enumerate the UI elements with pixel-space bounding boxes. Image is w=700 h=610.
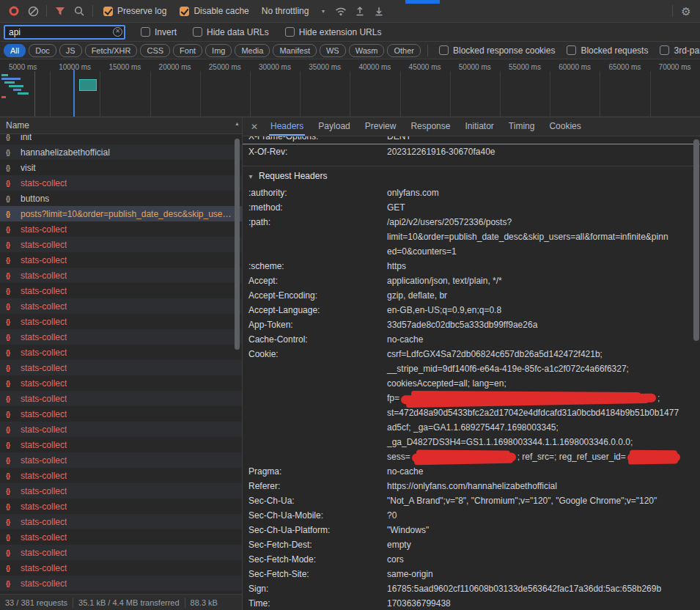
third-party-requests-checkbox[interactable]: 3rd-party requests [660, 45, 700, 56]
type-filter-fetch-xhr[interactable]: Fetch/XHR [85, 44, 138, 57]
preserve-log-checkbox[interactable]: Preserve log [103, 6, 166, 16]
invert-label: Invert [155, 27, 177, 37]
type-filter-css[interactable]: CSS [140, 44, 170, 57]
import-har-button[interactable] [350, 2, 369, 20]
blocked-response-cookies-checkbox[interactable]: Blocked response cookies [439, 45, 555, 56]
request-row[interactable]: {}stats-collect [0, 345, 242, 360]
clear-network-log-button[interactable] [23, 2, 43, 20]
network-filter-input[interactable] [4, 25, 125, 40]
tab-response[interactable]: Response [403, 117, 457, 136]
clear-filter-icon[interactable]: ✕ [113, 27, 122, 37]
name-column-header[interactable]: Name [0, 117, 242, 134]
request-row[interactable]: {}stats-collect [0, 221, 242, 237]
timeline-gridline [550, 71, 550, 117]
request-header-row: Sec-Ch-Ua-Mobile:?0 [243, 508, 700, 523]
scrollbar-thumb[interactable] [693, 139, 699, 341]
request-row[interactable]: {}buttons [0, 191, 242, 206]
timeline-tick-label: 20000 ms [159, 63, 191, 71]
header-value-fragment: fp= [387, 393, 399, 403]
request-row[interactable]: {}stats-collect [0, 499, 242, 514]
request-row[interactable]: {}stats-collect [0, 514, 242, 529]
hide-extension-urls-checkbox[interactable]: Hide extension URLs [285, 27, 382, 37]
request-row[interactable]: {}stats-collect [0, 452, 242, 468]
settings-gear-icon[interactable]: ⚙ [677, 2, 696, 20]
throttling-select[interactable]: No throttling ▼ [262, 6, 326, 16]
close-details-icon[interactable]: ✕ [246, 122, 263, 132]
scroll-up-icon[interactable]: ▲ [233, 120, 241, 128]
tab-headers[interactable]: Headers [263, 117, 311, 136]
details-scrollbar[interactable] [693, 136, 700, 610]
header-name: Accept: [243, 273, 387, 288]
disable-cache-checkbox[interactable]: Disable cache [180, 6, 248, 16]
detail-tabs: HeadersPayloadPreviewResponseInitiatorTi… [263, 117, 589, 136]
request-row[interactable]: {}stats-collect [0, 314, 242, 329]
request-row[interactable]: {}stats-collect [0, 298, 242, 314]
tab-payload[interactable]: Payload [311, 117, 357, 136]
disable-cache-label: Disable cache [194, 6, 248, 16]
request-row[interactable]: {}stats-collect [0, 483, 242, 499]
request-row[interactable]: {}hannahelizabethofficial [0, 144, 242, 160]
request-row[interactable]: {}posts?limit=10&order=publish_date_desc… [0, 206, 242, 221]
request-row[interactable]: {}stats-collect [0, 406, 242, 422]
request-row[interactable]: {}stats-collect [0, 237, 242, 252]
request-row[interactable]: {}init [0, 134, 242, 144]
request-row[interactable]: {}stats-collect [0, 545, 242, 560]
blocked-requests-checkbox[interactable]: Blocked requests [567, 45, 648, 56]
type-filter-doc[interactable]: Doc [29, 44, 56, 57]
header-value: https://onlyfans.com/hannahelizabethoffi… [387, 479, 700, 493]
request-list-scrollbar[interactable]: ▲ [233, 120, 241, 592]
network-activity-overview[interactable]: 5000 ms10000 ms15000 ms20000 ms25000 ms3… [0, 59, 700, 117]
type-filter-all[interactable]: All [4, 44, 26, 57]
request-row[interactable]: {}stats-collect [0, 529, 242, 545]
tab-initiator[interactable]: Initiator [457, 117, 501, 136]
tab-timing[interactable]: Timing [501, 117, 542, 136]
scrollbar-thumb[interactable] [235, 139, 240, 350]
type-filter-manifest[interactable]: Manifest [273, 44, 317, 57]
request-row[interactable]: {}stats-collect [0, 422, 242, 437]
request-row[interactable]: {}stats-collect [0, 268, 242, 283]
request-type-icon: {} [6, 287, 16, 295]
request-row[interactable]: {}stats-collect [0, 375, 242, 391]
request-name: hannahelizabethofficial [21, 147, 110, 158]
request-row[interactable]: {}stats-collect [0, 283, 242, 298]
request-row[interactable]: {}stats-collect [0, 437, 242, 452]
type-filter-other[interactable]: Other [387, 44, 421, 57]
header-value: 202312261916-30670fa40e [387, 144, 700, 159]
request-name: stats-collect [21, 240, 67, 250]
record-button[interactable] [4, 2, 23, 20]
request-row[interactable]: {}stats-collect [0, 252, 242, 268]
type-filter-media[interactable]: Media [235, 44, 270, 57]
type-filter-js[interactable]: JS [59, 44, 82, 57]
request-headers-section-header[interactable]: ▾ Request Headers [243, 166, 700, 185]
request-row[interactable]: {}stats-collect [0, 468, 242, 483]
type-filter-ws[interactable]: WS [320, 44, 346, 57]
overview-activity-bar [1, 78, 21, 80]
type-filter-img[interactable]: Img [205, 44, 232, 57]
request-row[interactable]: {}stats-collect [0, 360, 242, 375]
type-filter-wasm[interactable]: Wasm [349, 44, 385, 57]
header-value: 16785:5aad9602cf110608b03133de563642fac1… [387, 581, 700, 596]
caret-down-icon: ▼ [320, 9, 325, 14]
timeline-tick-label: 50000 ms [459, 63, 491, 71]
arrow-down-tray-icon [374, 6, 384, 16]
type-filter-font[interactable]: Font [173, 44, 202, 57]
search-button[interactable] [70, 2, 89, 20]
filter-toggle-button[interactable] [51, 2, 70, 20]
request-row[interactable]: {}stats-collect [0, 175, 242, 191]
tab-preview[interactable]: Preview [358, 117, 404, 136]
tab-cookies[interactable]: Cookies [542, 117, 588, 136]
redaction-scribble [401, 394, 656, 404]
request-row[interactable]: {}stats-collect [0, 391, 242, 406]
hide-data-urls-checkbox[interactable]: Hide data URLs [193, 27, 269, 37]
request-row[interactable]: {}stats-collect [0, 560, 242, 576]
network-conditions-button[interactable] [331, 2, 350, 20]
header-name: Accept-Encoding: [243, 288, 387, 303]
hide-data-urls-label: Hide data URLs [207, 27, 269, 37]
invert-checkbox[interactable]: Invert [141, 27, 177, 37]
filter-bar: ✕ Invert Hide data URLs Hide extension U… [0, 23, 700, 42]
export-har-button[interactable] [369, 2, 388, 20]
request-row[interactable]: {}visit [0, 160, 242, 175]
request-row[interactable]: {}stats-collect [0, 329, 242, 345]
request-row[interactable]: {}stats-collect [0, 576, 242, 591]
timeline-gridline [400, 71, 401, 117]
